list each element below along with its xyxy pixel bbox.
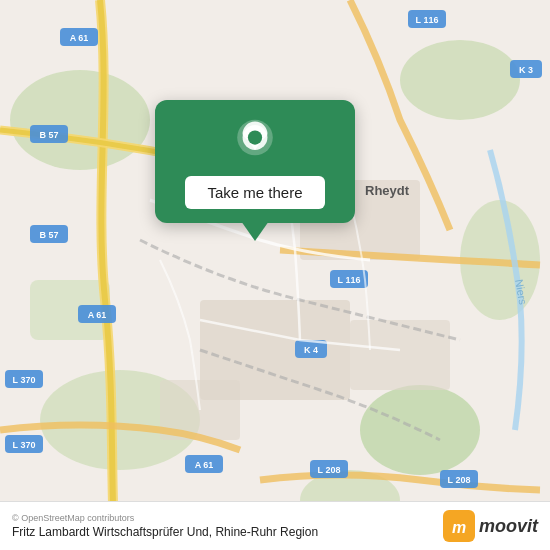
svg-point-2 bbox=[400, 40, 520, 120]
svg-text:L 116: L 116 bbox=[338, 275, 361, 285]
moovit-text: moovit bbox=[479, 516, 538, 537]
svg-text:L 370: L 370 bbox=[13, 440, 36, 450]
take-me-there-button[interactable]: Take me there bbox=[185, 176, 324, 209]
svg-text:A 61: A 61 bbox=[70, 33, 89, 43]
moovit-logo: m moovit bbox=[443, 510, 538, 542]
svg-text:L 208: L 208 bbox=[448, 475, 471, 485]
attribution-text: © OpenStreetMap contributors bbox=[12, 513, 318, 523]
svg-point-1 bbox=[10, 70, 150, 170]
svg-text:m: m bbox=[452, 519, 466, 536]
popup-card: Take me there bbox=[155, 100, 355, 223]
location-pin-icon bbox=[231, 118, 279, 166]
svg-text:L 116: L 116 bbox=[416, 15, 439, 25]
location-title: Fritz Lambardt Wirtschaftsprüfer Und, Rh… bbox=[12, 525, 318, 539]
popup-tail bbox=[241, 221, 269, 241]
svg-text:Rheydt: Rheydt bbox=[365, 183, 410, 198]
svg-text:A 61: A 61 bbox=[195, 460, 214, 470]
moovit-icon: m bbox=[443, 510, 475, 542]
map-container: A 61 B 57 B 57 L 116 L 116 K 3 A 61 K 4 … bbox=[0, 0, 550, 550]
svg-point-45 bbox=[248, 130, 262, 144]
svg-text:K 3: K 3 bbox=[519, 65, 533, 75]
svg-text:B 57: B 57 bbox=[39, 130, 58, 140]
svg-text:K 4: K 4 bbox=[304, 345, 318, 355]
map-background: A 61 B 57 B 57 L 116 L 116 K 3 A 61 K 4 … bbox=[0, 0, 550, 550]
svg-text:A 61: A 61 bbox=[88, 310, 107, 320]
svg-text:L 208: L 208 bbox=[318, 465, 341, 475]
svg-text:B 57: B 57 bbox=[39, 230, 58, 240]
svg-text:L 370: L 370 bbox=[13, 375, 36, 385]
svg-rect-11 bbox=[350, 320, 450, 390]
bottom-left-info: © OpenStreetMap contributors Fritz Lamba… bbox=[12, 513, 318, 539]
bottom-bar: © OpenStreetMap contributors Fritz Lamba… bbox=[0, 501, 550, 550]
